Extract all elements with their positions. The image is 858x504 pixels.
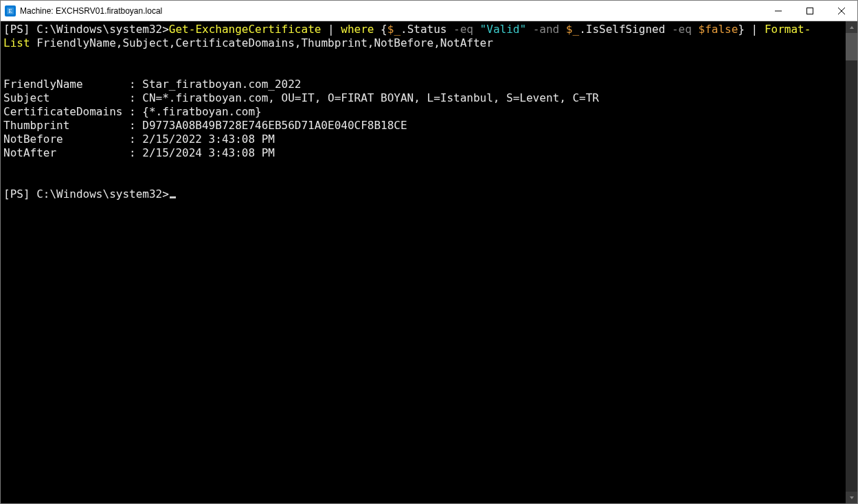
row-thumbprint: Thumbprint: D9773A08B49B728E746EB56D71A0… [3,119,407,132]
cmdlet-list: List [3,36,30,49]
prop-name: NotBefore [3,133,129,146]
sp-2 [692,23,699,36]
prompt-path-2: C:\Windows\system32 [36,187,162,201]
cmdlet-format: Format- [765,23,811,36]
prompt-ps-2: [PS] [3,187,30,201]
cursor [170,196,176,198]
dot-status: .Status [400,23,453,36]
prop-value: {*.firatboyan.com} [142,105,261,118]
svg-marker-7 [850,496,854,499]
minimize-button[interactable] [763,1,794,21]
prompt-gt-2: > [162,187,169,201]
dollar-var-2: $_ [566,23,579,36]
close-button[interactable] [826,1,857,21]
maximize-button[interactable] [794,1,826,21]
row-certificatedomains: CertificateDomains: {*.firatboyan.com} [3,105,262,118]
prompt-path: C:\Windows\system32 [36,23,162,36]
pipe-1: | [321,23,341,36]
brace-open: { [374,23,387,36]
prop-value: 2/15/2022 3:43:08 PM [142,133,275,146]
svg-marker-6 [850,26,854,29]
scroll-track[interactable] [846,33,857,492]
prop-name: FriendlyName [3,78,129,91]
scroll-up-button[interactable] [846,21,857,33]
window-controls [763,1,857,21]
op-eq-2: -eq [672,23,692,36]
prop-name: Thumbprint [3,119,129,133]
window-title: Machine: EXCHSRV01.firatboyan.local [20,6,763,16]
scroll-down-button[interactable] [846,492,857,503]
op-eq-1: -eq [453,23,473,36]
prompt-gt: > [162,23,169,36]
dollar-false: $false [699,23,738,36]
brace-close: } [738,23,745,36]
app-icon: E [5,5,16,16]
prop-name: Subject [3,91,129,105]
pipe-2: | [745,23,765,36]
terminal[interactable]: [PS] C:\Windows\system32>Get-ExchangeCer… [1,21,846,503]
console-area: [PS] C:\Windows\system32>Get-ExchangeCer… [1,21,857,503]
scroll-thumb[interactable] [846,33,857,60]
row-friendlyname: FriendlyName: Star_firatboyan.com_2022 [3,78,301,91]
prop-value: Star_firatboyan.com_2022 [142,78,301,91]
prompt-ps: [PS] [3,23,30,36]
row-subject: Subject: CN=*.firatboyan.com, OU=IT, O=F… [3,91,599,104]
format-fields: FriendlyName,Subject,CertificateDomains,… [30,36,493,49]
prop-value: 2/15/2024 3:43:08 PM [142,146,275,159]
titlebar[interactable]: E Machine: EXCHSRV01.firatboyan.local [1,1,857,21]
sp-1 [559,23,566,36]
prop-name: CertificateDomains [3,105,129,119]
cmdlet-where: where [341,23,374,36]
op-and: -and [533,23,560,36]
dollar-var-1: $_ [387,23,400,36]
row-notbefore: NotBefore: 2/15/2022 3:43:08 PM [3,133,275,146]
svg-text:E: E [8,8,12,14]
prop-value: CN=*.firatboyan.com, OU=IT, O=FIRAT BOYA… [142,91,599,104]
str-valid: "Valid" [473,23,533,36]
output-block: FriendlyName: Star_firatboyan.com_2022 S… [3,78,599,159]
row-notafter: NotAfter: 2/15/2024 3:43:08 PM [3,146,275,159]
prop-name: NotAfter [3,146,129,160]
vertical-scrollbar[interactable] [846,21,857,503]
cmdlet-get-exchangecertificate: Get-ExchangeCertificate [169,23,321,36]
prop-value: D9773A08B49B728E746EB56D71A0E040CF8B18CE [142,119,407,132]
dot-isselfsigned: .IsSelfSigned [579,23,672,36]
app-window: E Machine: EXCHSRV01.firatboyan.local [P… [0,0,858,504]
svg-rect-3 [807,8,813,14]
